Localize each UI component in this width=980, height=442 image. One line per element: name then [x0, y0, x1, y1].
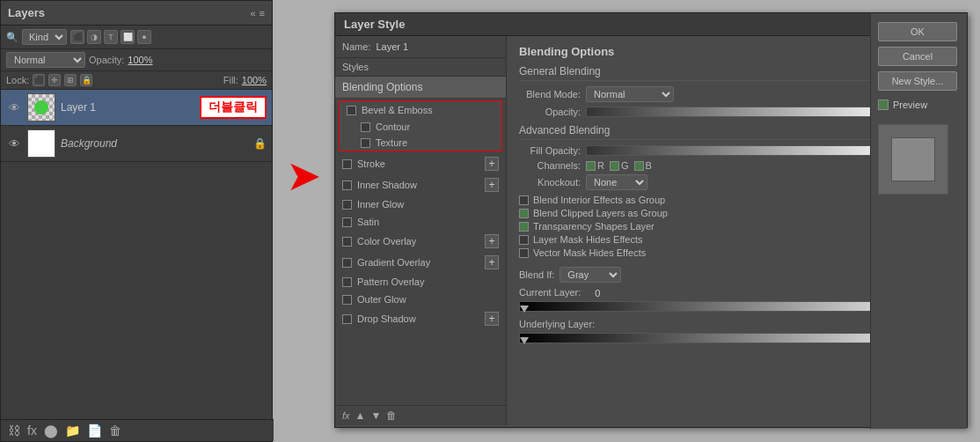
channel-r-check[interactable]: R	[586, 160, 604, 171]
transparency-shapes-label: Transparency Shapes Layer	[533, 221, 655, 232]
style-contour[interactable]: Contour	[340, 119, 501, 135]
style-stroke[interactable]: Stroke +	[335, 153, 506, 174]
visibility-icon-bg[interactable]: 👁	[6, 137, 22, 151]
vector-mask-checkbox[interactable]	[519, 248, 529, 258]
lock-pixels-icon[interactable]: ⬛	[33, 74, 45, 86]
delete-layer-icon[interactable]: 🗑	[109, 424, 121, 438]
color-overlay-checkbox[interactable]	[342, 237, 352, 247]
type-filter-icon[interactable]: T	[104, 30, 118, 44]
styles-down-icon[interactable]: ▼	[370, 409, 381, 422]
contour-checkbox[interactable]	[361, 122, 370, 132]
layer-item-layer1[interactable]: 👁 Layer 1 더블클릭	[1, 90, 272, 126]
stroke-add-btn[interactable]: +	[485, 157, 499, 171]
outer-glow-label: Outer Glow	[357, 294, 406, 305]
styles-up-icon[interactable]: ▲	[355, 409, 366, 422]
blend-mode-select[interactable]: Normal	[6, 52, 85, 68]
current-left-handle	[520, 306, 529, 313]
channel-b-check[interactable]: B	[634, 160, 652, 171]
styles-delete-icon[interactable]: 🗑	[386, 409, 397, 422]
pattern-overlay-checkbox[interactable]	[342, 277, 352, 287]
b-checkbox[interactable]	[634, 161, 644, 171]
g-checkbox[interactable]	[610, 161, 619, 171]
style-satin[interactable]: Satin	[335, 213, 506, 231]
style-outer-glow[interactable]: Outer Glow	[335, 291, 506, 308]
color-overlay-add-btn[interactable]: +	[485, 234, 499, 248]
blend-clipped-checkbox[interactable]	[519, 209, 529, 218]
shape-filter-icon[interactable]: ⬜	[121, 30, 135, 44]
styles-label: Styles	[335, 58, 506, 77]
texture-label: Texture	[376, 137, 407, 148]
style-color-overlay[interactable]: Color Overlay +	[335, 231, 506, 252]
blending-options-item[interactable]: Blending Options	[335, 77, 506, 99]
contour-label: Contour	[376, 122, 410, 132]
style-pattern-overlay[interactable]: Pattern Overlay	[335, 273, 506, 291]
blend-interior-checkbox[interactable]	[519, 195, 529, 205]
layers-toolbar: ⛓ fx ⬤ 📁 📄 🗑	[1, 419, 274, 441]
current-min-val: 0	[595, 288, 600, 298]
gradient-overlay-label: Gradient Overlay	[357, 257, 430, 268]
smart-filter-icon[interactable]: ●	[137, 30, 151, 44]
inner-shadow-checkbox[interactable]	[342, 180, 352, 190]
opacity-slider[interactable]	[586, 107, 912, 117]
visibility-icon-layer1[interactable]: 👁	[6, 101, 22, 114]
stroke-checkbox[interactable]	[342, 159, 352, 169]
link-layers-icon[interactable]: ⛓	[8, 424, 20, 438]
bevel-checkbox[interactable]	[347, 106, 356, 115]
lock-all-icon[interactable]: 🔒	[80, 74, 92, 86]
inner-shadow-add-btn[interactable]: +	[485, 178, 499, 192]
kind-select[interactable]: Kind	[22, 29, 67, 45]
style-texture[interactable]: Texture	[340, 135, 501, 151]
blend-mode-select-dialog[interactable]: Normal	[586, 86, 674, 102]
style-inner-glow[interactable]: Inner Glow	[335, 195, 506, 213]
layer-mask-checkbox[interactable]	[519, 235, 529, 245]
style-bevel-emboss[interactable]: Bevel & Emboss	[340, 101, 501, 119]
layer-mask-label: Layer Mask Hides Effects	[533, 234, 643, 245]
new-layer-icon[interactable]: 📄	[87, 424, 102, 438]
ok-button[interactable]: OK	[878, 22, 957, 41]
fill-opacity-label: Fill Opacity:	[519, 145, 581, 156]
adjustment-filter-icon[interactable]: ◑	[87, 30, 101, 44]
collapse-button[interactable]: «	[250, 8, 255, 18]
inner-glow-checkbox[interactable]	[342, 200, 352, 210]
search-icon: 🔍	[6, 32, 18, 43]
transparency-shapes-checkbox[interactable]	[519, 222, 529, 232]
layer-style-dialog: Layer Style ✕ Name: Layer 1 Styles Blend…	[334, 12, 968, 428]
layers-title: Layers	[8, 6, 45, 19]
layer-thumb-layer1	[27, 93, 55, 122]
blend-clipped-label: Blend Clipped Layers as Group	[533, 208, 668, 218]
layers-menu-button[interactable]: ≡	[260, 8, 265, 18]
drop-shadow-add-btn[interactable]: +	[485, 312, 499, 326]
opacity-field-label: Opacity:	[519, 107, 581, 117]
blend-interior-label: Blend Interior Effects as Group	[533, 195, 665, 205]
new-style-button[interactable]: New Style...	[878, 71, 957, 91]
channel-g-check[interactable]: G	[610, 160, 629, 171]
cancel-button[interactable]: Cancel	[878, 47, 957, 66]
opacity-value[interactable]: 100%	[128, 55, 152, 65]
preview-label: Preview	[893, 99, 927, 110]
r-checkbox[interactable]	[586, 161, 596, 171]
gradient-overlay-add-btn[interactable]: +	[485, 255, 499, 269]
texture-checkbox[interactable]	[361, 138, 370, 148]
style-gradient-overlay[interactable]: Gradient Overlay +	[335, 252, 506, 273]
satin-checkbox[interactable]	[342, 217, 352, 227]
lock-artboard-icon[interactable]: ⊞	[64, 74, 77, 86]
dialog-buttons: OK Cancel New Style... Preview	[870, 13, 967, 429]
pixel-filter-icon[interactable]: ⬛	[70, 30, 84, 44]
bevel-label: Bevel & Emboss	[362, 105, 433, 115]
blend-if-select[interactable]: Gray	[559, 267, 621, 283]
outer-glow-checkbox[interactable]	[342, 295, 352, 305]
knockout-select[interactable]: None	[586, 174, 647, 190]
preview-checkbox[interactable]	[878, 99, 889, 110]
drop-shadow-checkbox[interactable]	[342, 314, 352, 324]
fx-icon[interactable]: fx	[27, 424, 37, 438]
style-inner-shadow[interactable]: Inner Shadow +	[335, 174, 506, 195]
fill-opacity-slider[interactable]	[586, 145, 912, 156]
lock-position-icon[interactable]: ✛	[48, 74, 61, 86]
gradient-overlay-checkbox[interactable]	[342, 258, 352, 268]
fill-value[interactable]: 100%	[242, 75, 267, 85]
new-group-icon[interactable]: 📁	[65, 424, 80, 438]
layer-item-background[interactable]: 👁 Background 🔒	[1, 126, 272, 162]
new-fill-layer-icon[interactable]: ⬤	[44, 424, 58, 438]
dblclick-label[interactable]: 더블클릭	[200, 96, 267, 119]
style-drop-shadow[interactable]: Drop Shadow +	[335, 308, 506, 329]
